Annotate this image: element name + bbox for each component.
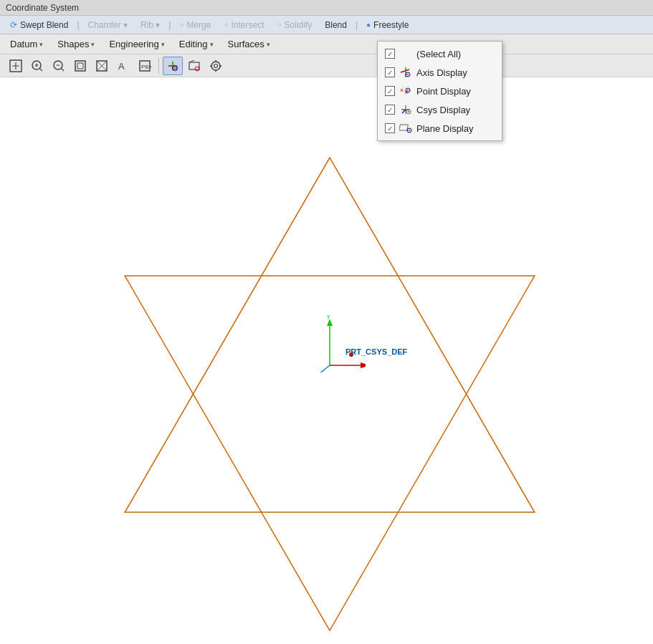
menu-editing-label: Editing: [179, 39, 208, 49]
datum-planes-button[interactable]: [184, 57, 204, 75]
plane-display-checkbox[interactable]: ✓: [385, 123, 395, 133]
zoom-out-icon: [52, 59, 65, 72]
blend-label: Blend: [325, 20, 347, 30]
toolbar-sep1: [158, 58, 159, 74]
chamfer-btn[interactable]: Chamfer ▾: [84, 19, 132, 32]
axis-display-icon: [399, 66, 412, 79]
freestyle-label: Freestyle: [373, 20, 409, 30]
rib-label: Rib ▾: [140, 20, 160, 30]
zoom-fit-icon: [9, 59, 22, 72]
menu-engineering[interactable]: Engineering ▾: [102, 36, 171, 52]
refit-button[interactable]: [70, 57, 90, 75]
orient-icon: [95, 59, 108, 72]
coord-bar: Coordinate System: [0, 0, 653, 16]
csys-icon-svg: [399, 103, 412, 116]
menu-surfaces[interactable]: Surfaces ▾: [221, 36, 277, 52]
swept-blend-btn[interactable]: ⟳ Swept Blend: [6, 19, 72, 32]
svg-point-44: [408, 111, 409, 112]
merge-btn[interactable]: ○ Merge: [175, 19, 215, 32]
svg-rect-3: [75, 61, 85, 71]
toolbar: A PBK: [0, 54, 653, 77]
rib-btn[interactable]: Rib ▾: [136, 19, 164, 32]
dropdown-item-point[interactable]: ✓ × × Point Display: [378, 82, 502, 100]
menu-engineering-label: Engineering: [109, 39, 158, 49]
snap-icon: PBK: [138, 59, 151, 72]
menu-shapes-label: Shapes: [57, 39, 89, 49]
coord-system-label: Coordinate System: [6, 3, 79, 13]
sep2: |: [168, 20, 171, 30]
solidify-btn[interactable]: ○ Solidify: [272, 19, 316, 32]
zoom-out-button[interactable]: [49, 57, 69, 75]
axis-display-label: Axis Display: [416, 67, 467, 78]
datum-display-button[interactable]: [163, 57, 183, 75]
datum-display-dropdown: ✓ (Select All) ✓ Axis Display ✓ × × Poi: [377, 41, 502, 141]
engineering-arrow-icon: ▾: [161, 41, 165, 48]
freestyle-btn[interactable]: ● Freestyle: [362, 19, 413, 32]
menu-shapes[interactable]: Shapes ▾: [50, 36, 102, 52]
swept-blend-label: Swept Blend: [20, 20, 68, 30]
csys-display-label: Csys Display: [416, 105, 470, 115]
snap-button[interactable]: PBK: [135, 57, 155, 75]
merge-label: Merge: [186, 20, 211, 30]
svg-text:PBK: PBK: [141, 64, 151, 70]
menu-surfaces-label: Surfaces: [228, 39, 264, 49]
blend-btn[interactable]: Blend: [320, 19, 351, 32]
svg-line-32: [401, 69, 409, 72]
svg-point-35: [407, 74, 409, 75]
point-display-label: Point Display: [416, 86, 471, 97]
svg-point-17: [211, 62, 220, 70]
svg-point-18: [214, 64, 218, 67]
select-all-icon: [399, 47, 412, 60]
zoom-in-button[interactable]: [27, 57, 47, 75]
text-icon: A: [117, 59, 130, 72]
refit-icon: [74, 59, 87, 72]
text-tool-button[interactable]: A: [113, 57, 133, 75]
svg-point-39: [407, 90, 409, 91]
zoom-fit-button[interactable]: [6, 57, 26, 75]
axis-display-checkbox[interactable]: ✓: [385, 67, 395, 77]
intersect-label: Intersect: [231, 20, 264, 30]
datum-planes-icon: [187, 59, 201, 73]
zoom-in-icon: [31, 59, 44, 72]
menu-datum-label: Datum: [10, 39, 37, 49]
datum-arrow-icon: ▾: [39, 41, 43, 48]
select-all-checkbox[interactable]: ✓: [385, 49, 395, 59]
orient-button[interactable]: [92, 57, 112, 75]
svg-text:×: ×: [400, 87, 404, 94]
chamfer-label: Chamfer ▾: [88, 20, 128, 30]
axis-icon-svg: [399, 66, 412, 79]
svg-line-42: [402, 110, 406, 113]
settings-icon: [209, 59, 222, 72]
freestyle-icon: ●: [366, 21, 371, 29]
plane-display-label: Plane Display: [416, 123, 474, 134]
surfaces-arrow-icon: ▾: [267, 41, 270, 48]
swept-blend-icon: ⟳: [10, 20, 17, 30]
dropdown-item-csys[interactable]: ✓ Csys Display: [378, 100, 502, 119]
viewport[interactable]: Y X Z PRT_CSYS_DEF: [0, 43, 653, 644]
feature-bar: ⟳ Swept Blend | Chamfer ▾ Rib ▾ | ○ Merg…: [0, 16, 653, 34]
plane-icon-svg: [399, 122, 412, 135]
plane-display-icon: [399, 122, 412, 135]
editing-arrow-icon: ▾: [210, 41, 214, 48]
settings-button[interactable]: [206, 57, 226, 75]
svg-rect-45: [399, 125, 408, 130]
intersect-icon: ○: [224, 21, 228, 29]
svg-text:A: A: [118, 61, 125, 72]
svg-point-47: [409, 130, 410, 131]
sep3: |: [356, 20, 358, 30]
solidify-label: Solidify: [285, 20, 313, 30]
point-display-checkbox[interactable]: ✓: [385, 86, 395, 96]
dropdown-item-plane[interactable]: ✓ Plane Display: [378, 119, 502, 138]
point-icon-svg: × ×: [399, 85, 412, 97]
sep1: |: [77, 20, 79, 30]
csys-display-checkbox[interactable]: ✓: [385, 105, 395, 115]
svg-point-11: [174, 67, 176, 69]
dropdown-item-select-all[interactable]: ✓ (Select All): [378, 44, 502, 63]
3d-viewport-canvas: [0, 43, 653, 644]
intersect-btn[interactable]: ○ Intersect: [219, 19, 268, 32]
menu-editing[interactable]: Editing ▾: [172, 36, 221, 52]
menu-datum[interactable]: Datum ▾: [3, 36, 50, 52]
dropdown-item-axis[interactable]: ✓ Axis Display: [378, 63, 502, 82]
menu-bar: Datum ▾ Shapes ▾ Engineering ▾ Editing ▾…: [0, 34, 653, 54]
csys-display-icon: [399, 103, 412, 116]
